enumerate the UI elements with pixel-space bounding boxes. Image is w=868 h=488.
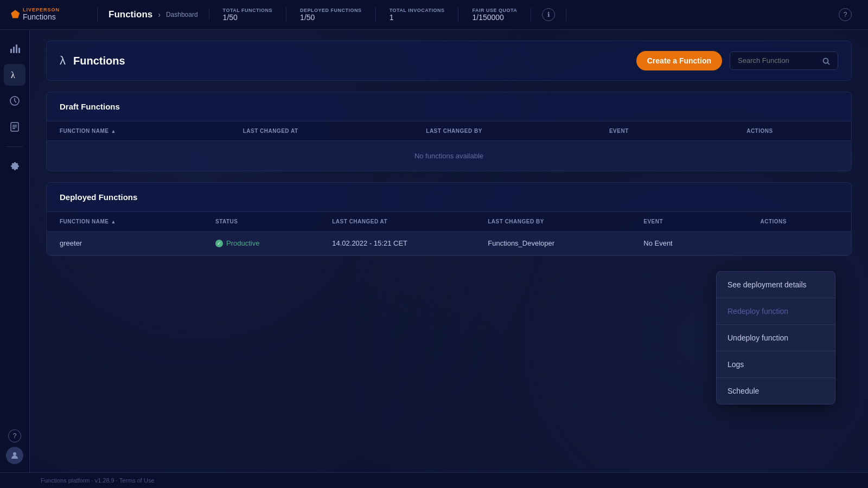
row-last-changed-by: Functions_Developer [488, 239, 643, 247]
stat-total-invocations: TOTAL INVOCATIONS 1 [376, 8, 459, 22]
actions-dropdown: See deployment details Redeploy function… [716, 271, 835, 404]
logo-text: LIVEPERSON Functions [23, 8, 60, 21]
footer: Functions platform · v1.28.9 · Terms of … [0, 472, 868, 488]
deployed-section-title: Deployed Functions [47, 183, 851, 212]
sidebar-item-settings[interactable] [4, 156, 25, 177]
breadcrumb: Functions › Dashboard [98, 9, 209, 20]
sidebar-help-icon[interactable]: ? [8, 429, 21, 442]
breadcrumb-subtitle: Dashboard [166, 11, 198, 18]
status-dot-icon [215, 240, 223, 247]
chevron-right-icon: › [158, 10, 161, 19]
svg-rect-3 [18, 48, 20, 53]
row-last-changed-at: 14.02.2022 - 15:21 CET [332, 239, 488, 247]
sidebar-item-logs[interactable] [4, 116, 25, 138]
stat-value-fair-use-quota: 1/150000 [472, 13, 517, 22]
svg-point-11 [824, 59, 828, 63]
page-header: λ Functions Create a Function [46, 41, 852, 81]
draft-col-function-name: FUNCTION NAME ▲ [60, 128, 243, 134]
stat-label-deployed-functions: DEPLOYED FUNCTIONS [300, 8, 362, 13]
stat-value-total-functions: 1/50 [223, 13, 273, 22]
dropdown-item-undeploy-function[interactable]: Undeploy function [717, 325, 835, 351]
row-status: Productive [215, 239, 332, 247]
sidebar-item-history[interactable] [4, 90, 25, 112]
logo-icon: ⬟ [11, 9, 20, 21]
content-area: λ Functions Create a Function Draf [30, 30, 868, 472]
row-actions [761, 239, 839, 247]
help-icon[interactable]: ? [839, 8, 852, 21]
stat-value-total-invocations: 1 [390, 13, 445, 22]
header-right: Create a Function [636, 51, 838, 70]
draft-section-title: Draft Functions [47, 92, 851, 121]
deployed-col-event: EVENT [643, 219, 760, 224]
sort-asc-icon: ▲ [111, 129, 116, 134]
dropdown-item-logs[interactable]: Logs [717, 351, 835, 378]
draft-empty-message: No functions available [47, 141, 851, 171]
svg-point-10 [13, 452, 16, 455]
logo-area: ⬟ LIVEPERSON Functions [11, 8, 98, 21]
sidebar-item-analytics[interactable] [4, 38, 25, 60]
sidebar-divider [7, 146, 23, 147]
row-function-name: greeter [60, 239, 215, 247]
status-badge: Productive [215, 239, 259, 247]
svg-line-12 [828, 63, 830, 65]
draft-col-last-changed-by: LAST CHANGED BY [426, 128, 609, 134]
deployed-col-status: STATUS [215, 219, 332, 224]
terms-link[interactable]: Terms of Use [119, 477, 155, 484]
svg-rect-1 [13, 47, 15, 53]
svg-text:λ: λ [11, 70, 15, 80]
footer-text: Functions platform · v1.28.9 · Terms of … [41, 477, 155, 484]
search-icon [822, 56, 830, 65]
stat-label-total-functions: TOTAL FUNCTIONS [223, 8, 273, 13]
breadcrumb-title: Functions [108, 9, 152, 20]
status-text: Productive [226, 239, 259, 247]
draft-col-actions: ACTIONS [746, 128, 838, 134]
deployed-col-last-changed-at: LAST CHANGED AT [332, 219, 488, 224]
svg-rect-2 [16, 44, 17, 53]
top-bar: ⬟ LIVEPERSON Functions Functions › Dashb… [0, 0, 868, 30]
deployed-col-last-changed-by: LAST CHANGED BY [488, 219, 643, 224]
deployed-col-actions: ACTIONS [761, 219, 839, 224]
sidebar-item-functions[interactable]: λ [4, 64, 25, 86]
draft-table-header: FUNCTION NAME ▲ LAST CHANGED AT LAST CHA… [47, 121, 851, 141]
dropdown-item-see-deployment-details[interactable]: See deployment details [717, 272, 835, 298]
svg-rect-0 [10, 49, 12, 53]
search-box[interactable] [730, 52, 838, 70]
sidebar: λ ? [0, 30, 30, 472]
brand-name-bottom: Functions [23, 13, 60, 21]
stats-area: TOTAL FUNCTIONS 1/50 DEPLOYED FUNCTIONS … [209, 8, 833, 22]
stat-total-functions: TOTAL FUNCTIONS 1/50 [209, 8, 287, 22]
deployed-functions-section: Deployed Functions FUNCTION NAME ▲ STATU… [46, 182, 852, 256]
info-icon-area: ℹ [531, 8, 566, 21]
deployed-table-header: FUNCTION NAME ▲ STATUS LAST CHANGED AT L… [47, 212, 851, 232]
stat-deployed-functions: DEPLOYED FUNCTIONS 1/50 [286, 8, 376, 22]
row-event: No Event [643, 239, 760, 247]
avatar[interactable] [6, 447, 23, 464]
draft-col-event: EVENT [609, 128, 746, 134]
deployed-col-function-name: FUNCTION NAME ▲ [60, 219, 215, 224]
search-input[interactable] [738, 56, 818, 65]
page-title-area: λ Functions [60, 54, 125, 68]
page-title: Functions [73, 55, 125, 67]
table-row[interactable]: greeter Productive 14.02.2022 - 15:21 CE… [47, 232, 851, 255]
dropdown-item-redeploy-function: Redeploy function [717, 298, 835, 325]
lambda-icon: λ [60, 54, 66, 68]
info-icon[interactable]: ℹ [542, 8, 555, 21]
draft-col-last-changed-at: LAST CHANGED AT [243, 128, 426, 134]
sort-asc-icon-deployed: ▲ [111, 219, 116, 224]
help-area: ? [833, 8, 857, 21]
create-function-button[interactable]: Create a Function [636, 51, 722, 70]
draft-functions-section: Draft Functions FUNCTION NAME ▲ LAST CHA… [46, 92, 852, 171]
stat-fair-use-quota: FAIR USE QUOTA 1/150000 [458, 8, 531, 22]
stat-label-fair-use-quota: FAIR USE QUOTA [472, 8, 517, 13]
dropdown-item-schedule[interactable]: Schedule [717, 378, 835, 404]
stat-value-deployed-functions: 1/50 [300, 13, 362, 22]
stat-label-total-invocations: TOTAL INVOCATIONS [390, 8, 445, 13]
main-layout: λ ? [0, 30, 868, 472]
sidebar-bottom: ? [6, 429, 23, 464]
